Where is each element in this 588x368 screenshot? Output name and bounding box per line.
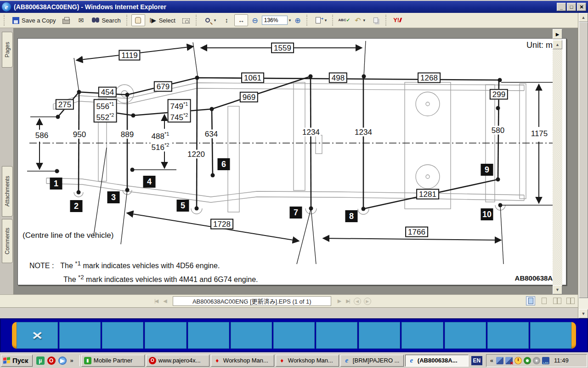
chevron-left-icon[interactable]: « [490, 357, 493, 364]
applet-button-10[interactable] [401, 322, 443, 349]
toolbar-grip [306, 15, 309, 26]
next-view-icon[interactable]: ▶ [364, 298, 371, 305]
point-marker-4: 4 [143, 176, 156, 188]
next-page-icon[interactable]: ▶ [338, 298, 340, 304]
zoom-level-input[interactable] [262, 16, 288, 25]
point-marker-10: 10 [481, 208, 493, 220]
zoom-out-button[interactable]: ⊖ [249, 14, 260, 26]
continuous-facing-layout-button[interactable] [553, 296, 562, 305]
dimension-label-boxed: 679 [154, 81, 172, 92]
applet-button-9[interactable] [359, 322, 400, 349]
opera-icon[interactable]: O [47, 356, 56, 365]
scroll-up-icon[interactable]: ▲ [579, 13, 588, 22]
last-page-icon[interactable]: ▶| [346, 298, 349, 304]
close-icon: ✕ [32, 329, 43, 342]
select-tool-button[interactable]: I▶ Select [146, 14, 178, 26]
text-select-icon: I▶ [149, 16, 157, 24]
scrollbar-thumb[interactable] [579, 22, 588, 298]
chevron-down-icon[interactable]: ▾ [289, 18, 291, 23]
expand-panel-button[interactable]: ▶ [553, 29, 562, 39]
previous-page-icon[interactable]: ◀ [163, 298, 166, 304]
applet-button-8[interactable] [316, 322, 357, 349]
taskbar-button-label: [BRM]PAJERO ... [353, 357, 400, 364]
taskbar-button[interactable]: ♦Workshop Man... [211, 355, 274, 367]
utorrent-icon[interactable]: µ [36, 356, 45, 365]
hand-tool-button[interactable] [131, 14, 145, 26]
copy-button[interactable] [369, 14, 383, 26]
single-page-layout-button[interactable] [526, 296, 535, 305]
media-player-icon[interactable]: ▶ [58, 356, 67, 365]
tab-attachments[interactable]: Attachments [2, 166, 13, 217]
search-button[interactable]: Search [89, 14, 123, 26]
cd-audio-icon[interactable] [533, 357, 540, 364]
applet-button-12[interactable] [487, 322, 529, 349]
scroll-up-icon[interactable]: ▲ [553, 40, 562, 49]
applet-button-11[interactable] [445, 322, 486, 349]
applet-button-4[interactable] [145, 322, 186, 349]
tab-comments[interactable]: Comments [2, 219, 13, 263]
lan-icon[interactable]: LAN [542, 357, 549, 364]
undo-button[interactable]: ↶▾ [352, 14, 368, 26]
page-display-icon [314, 16, 322, 24]
scheduler-icon[interactable] [514, 357, 522, 364]
dimension-label: 586 [34, 131, 49, 140]
applet-button-3[interactable] [102, 322, 143, 349]
print-button[interactable] [59, 14, 73, 26]
continuous-layout-button[interactable] [539, 296, 548, 305]
network-icon[interactable] [496, 357, 503, 364]
previous-view-icon[interactable]: ◀ [354, 298, 361, 305]
note-line: The *2 mark indicates vehicles with 4M41… [63, 276, 258, 283]
fit-page-button[interactable]: ↕ [220, 14, 233, 26]
applet-button-13[interactable] [530, 322, 571, 349]
tab-pages[interactable]: Pages [2, 32, 13, 68]
close-button[interactable]: ✕ [577, 3, 586, 11]
language-indicator[interactable]: EN [471, 356, 482, 365]
taskbar-button[interactable]: e(AB800638A... [405, 355, 469, 367]
point-marker-5: 5 [177, 200, 189, 212]
start-button[interactable]: Пуск [1, 355, 33, 367]
maximize-button[interactable]: □ [567, 3, 576, 11]
pdf-vertical-scrollbar[interactable]: ▲ ▼ [553, 40, 562, 294]
yahoo-messenger-button[interactable]: Y!🙼 [390, 14, 405, 26]
taskbar-button-label: Workshop Man... [288, 357, 333, 364]
chevron-more-icon[interactable]: » [70, 357, 74, 364]
taskbar-button[interactable]: ▮Mobile Partner [81, 355, 145, 367]
dimension-label: 1234 [354, 128, 373, 137]
network-offline-icon[interactable] [505, 357, 513, 364]
first-page-icon[interactable]: |◀ [154, 298, 158, 304]
scrollbar-track[interactable] [553, 49, 562, 285]
applet-button-6[interactable] [231, 322, 272, 349]
applet-button-1[interactable]: ✕ [17, 322, 58, 349]
dimension-label-boxed: 1119 [119, 50, 140, 61]
spellcheck-button[interactable]: ABC✓ [337, 14, 351, 26]
ie-vertical-scrollbar[interactable]: ▲ ▼ [578, 13, 588, 318]
applet-button-5[interactable] [188, 322, 229, 349]
applet-toolbar: ✕ [0, 318, 588, 352]
antivirus-icon[interactable] [524, 357, 531, 364]
page-display-button[interactable]: ▾ [311, 14, 330, 26]
save-a-copy-button[interactable]: Save a Copy [9, 14, 58, 26]
zoom-tool-button[interactable]: ▾ [201, 14, 219, 26]
minimize-button[interactable]: _ [557, 3, 566, 11]
taskbar-button[interactable]: Owww.pajero4x... [146, 355, 209, 367]
title-bar: e (AB800638AC00ENG) - Windows Internet E… [0, 0, 588, 13]
email-button[interactable]: ✉ [74, 14, 88, 26]
scroll-down-icon[interactable]: ▼ [553, 285, 562, 294]
system-tray: « LAN 11:49 [486, 354, 587, 367]
binoculars-icon [91, 16, 100, 24]
taskbar-clock: 11:49 [554, 357, 569, 364]
fit-width-button[interactable]: ↔ [234, 14, 248, 26]
snapshot-button[interactable] [179, 14, 193, 26]
taskbar-button[interactable]: e[BRM]PAJERO ... [340, 355, 404, 367]
taskbar-button[interactable]: ♦Workshop Man... [276, 355, 339, 367]
applet-button-2[interactable] [59, 322, 101, 349]
facing-layout-button[interactable] [566, 296, 575, 305]
point-marker-7: 7 [290, 207, 302, 218]
applet-button-7[interactable] [273, 322, 315, 349]
point-marker-6: 6 [218, 158, 230, 170]
zoom-in-button[interactable]: ⊕ [292, 14, 303, 26]
page-title-field[interactable]: AB800638AC00ENG [更新済み].EPS (1 of 1) [173, 296, 331, 306]
scroll-down-icon[interactable]: ▼ [579, 309, 588, 318]
pdf-page[interactable]: Unit: mm (Centre line of the vehicle) NO… [17, 38, 566, 285]
page-layout-group [526, 296, 575, 305]
